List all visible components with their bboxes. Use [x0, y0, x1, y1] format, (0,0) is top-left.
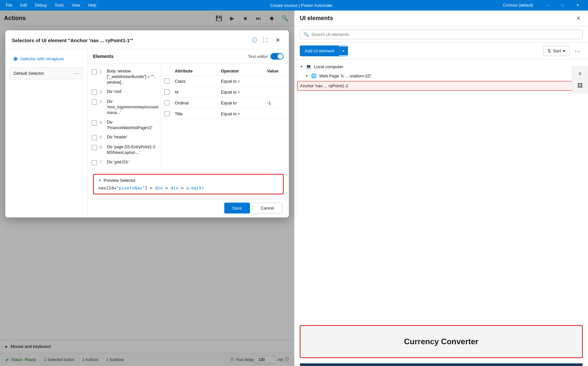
add-ui-element-dropdown[interactable]: ▾ [339, 46, 348, 55]
default-selector-item[interactable]: Default Selector ⋯ [9, 67, 83, 79]
element-checkbox-4[interactable] [92, 120, 97, 126]
element-checkbox-3[interactable] [92, 99, 97, 105]
close-button[interactable]: ✕ [570, 0, 585, 11]
dialog-expand-button[interactable]: ⛶ [261, 36, 270, 45]
ui-tree: ▼ 💻 Local computer ▼ 🌐 Web Page 'h ... u… [294, 59, 588, 320]
text-editor-label: Text editor [248, 54, 268, 59]
preview-section: ▼ Preview Selector nav[Id="pivotsNav"] >… [93, 174, 284, 194]
menu-help[interactable]: Help [85, 2, 100, 9]
attr-operator-class[interactable]: Equal to ▾ [221, 79, 267, 84]
selector-menu-button[interactable]: ⋯ [74, 70, 79, 76]
attr-operator-ordinal-text: Equal to [221, 100, 237, 105]
attr-checkbox-id[interactable] [164, 89, 170, 95]
element-checkbox-6[interactable] [92, 145, 97, 150]
element-item-1[interactable]: 1 Body 'window ["_webWorkerBundle"] = ""… [88, 67, 160, 87]
dialog-main-header: Elements Text editor [88, 49, 289, 64]
plus-icon: ⊕ [13, 56, 17, 62]
sort-button[interactable]: ⇅ Sort ▾ [543, 46, 570, 56]
ui-toolbar: Add UI element ▾ ⇅ Sort ▾ ⋯ [294, 43, 588, 59]
element-checkbox-7[interactable] [92, 160, 97, 165]
menu-view[interactable]: View [68, 2, 83, 9]
menu-file[interactable]: File [3, 2, 15, 9]
minimize-button[interactable]: − [540, 0, 555, 11]
more-options-button[interactable]: ⋯ [572, 46, 583, 56]
preview-code-text3: > [163, 185, 170, 190]
dialog-header: Selectors of UI element "Anchor 'nav ...… [5, 30, 289, 49]
preview-code-a: a:eq(5) [186, 185, 204, 190]
currency-converter-title: Currency Converter [404, 337, 478, 346]
search-icon: 🔍 [303, 32, 309, 37]
maximize-button[interactable]: □ [555, 0, 570, 11]
currency-bar [300, 363, 583, 366]
element-text-6: Div 'page-DS-EntryPoint1-2 MSNewsLayout-… [107, 144, 156, 155]
attr-operator-id[interactable]: Equal to ▾ [221, 90, 267, 95]
chevron-down-icon-2: ▾ [238, 90, 240, 94]
currency-preview: Currency Converter [300, 325, 583, 358]
dialog-main: Elements Text editor [88, 49, 289, 217]
preview-code-highlight: "pivotsNav" [116, 185, 145, 190]
element-checkbox-1[interactable] [92, 69, 97, 74]
right-side-icons: ≡ 🖼 [572, 66, 588, 94]
layers-icon-button[interactable]: ≡ [575, 69, 585, 79]
ui-elements-header: UI elements ✕ [294, 11, 588, 26]
attr-value-ordinal: -1 [267, 100, 285, 105]
element-item-2[interactable]: 2 Div 'root' [88, 87, 160, 97]
attr-row-class: Class Equal to ▾ [160, 76, 289, 87]
sort-icon: ⇅ [547, 48, 551, 53]
element-item-7[interactable]: 7 Div 'grid-DS-' [88, 157, 160, 167]
preview-code-text1: nav[Id= [98, 185, 116, 190]
add-ui-element-button[interactable]: Add UI element [300, 46, 339, 56]
local-computer-item[interactable]: ▼ 💻 Local computer [294, 62, 588, 71]
attr-operator-ordinal: Equal to [221, 100, 267, 105]
element-num-4: 4 [100, 120, 104, 125]
dialog-info-icon[interactable]: ⓘ [252, 37, 257, 44]
attr-checkbox-ordinal[interactable] [164, 100, 170, 105]
attr-checkbox-title[interactable] [164, 111, 170, 116]
element-item-6[interactable]: 6 Div 'page-DS-EntryPoint1-2 MSNewsLayou… [88, 142, 160, 157]
attr-header-operator: Operator [221, 69, 267, 73]
search-ui-elements-input[interactable] [311, 32, 579, 37]
ui-elements-title: UI elements [300, 15, 571, 22]
attr-header-row: Attribute Operator Value [160, 67, 289, 76]
web-page-item[interactable]: ▼ 🌐 Web Page 'h ... uration=1D' [294, 71, 588, 80]
element-checkbox-5[interactable] [92, 135, 97, 140]
attr-checkbox-class[interactable] [164, 78, 170, 84]
element-num-7: 7 [100, 160, 104, 165]
attr-row-title: Title Equal to ▾ [160, 108, 289, 119]
element-text-7: Div 'grid-DS-' [107, 159, 130, 165]
element-num-5: 5 [100, 135, 104, 140]
image-icon-button[interactable]: 🖼 [575, 80, 585, 91]
element-text-5: Div 'header' [107, 134, 128, 140]
local-computer-label: Local computer [314, 64, 343, 69]
window-controls[interactable]: − □ ✕ [540, 0, 585, 11]
element-item-4[interactable]: 4 Div 'FinanceWatchlistPageV2' [88, 118, 160, 133]
save-button[interactable]: Save [224, 203, 250, 213]
element-text-4: Div 'FinanceWatchlistPageV2' [107, 120, 156, 131]
dialog-title: Selectors of UI element "Anchor 'nav ...… [12, 38, 249, 43]
element-checkbox-2[interactable] [92, 90, 97, 95]
add-selector-button[interactable]: ⊕ Selector with recapture [9, 53, 83, 65]
attr-row-id: Id Equal to ▾ [160, 87, 289, 98]
preview-expand-icon[interactable]: ▼ [98, 179, 102, 182]
ui-elements-close-button[interactable]: ✕ [573, 14, 583, 23]
element-item-3[interactable]: 3 Div 'msn_logomsnmoneyAccount mana...' [88, 97, 160, 117]
cancel-button[interactable]: Cancel [253, 203, 282, 213]
web-page-label: Web Page 'h ... uration=1D' [319, 73, 371, 78]
attr-operator-title[interactable]: Equal to ▾ [221, 111, 267, 116]
anchor-item[interactable]: Anchor 'nav ... ryPoint1-1' [297, 81, 585, 91]
preview-code-text4: > [178, 185, 186, 190]
menu-debug[interactable]: Debug [32, 2, 50, 9]
element-item-5[interactable]: 5 Div 'header' [88, 132, 160, 142]
menu-tools[interactable]: Tools [51, 2, 67, 9]
attr-row-ordinal: Ordinal Equal to -1 [160, 98, 289, 108]
text-editor-toggle[interactable]: Text editor [248, 53, 284, 60]
element-num-3: 3 [100, 99, 104, 104]
ui-search-bar: 🔍 [294, 26, 588, 43]
menu-edit[interactable]: Edit [17, 2, 30, 9]
element-num-6: 6 [100, 145, 104, 150]
text-editor-switch[interactable] [270, 53, 284, 60]
globe-icon: 🌐 [311, 73, 317, 78]
menu-bar[interactable]: File Edit Debug Tools View Help [3, 2, 100, 9]
dialog-close-button[interactable]: ✕ [273, 36, 282, 45]
preview-header: ▼ Preview Selector [98, 178, 278, 183]
